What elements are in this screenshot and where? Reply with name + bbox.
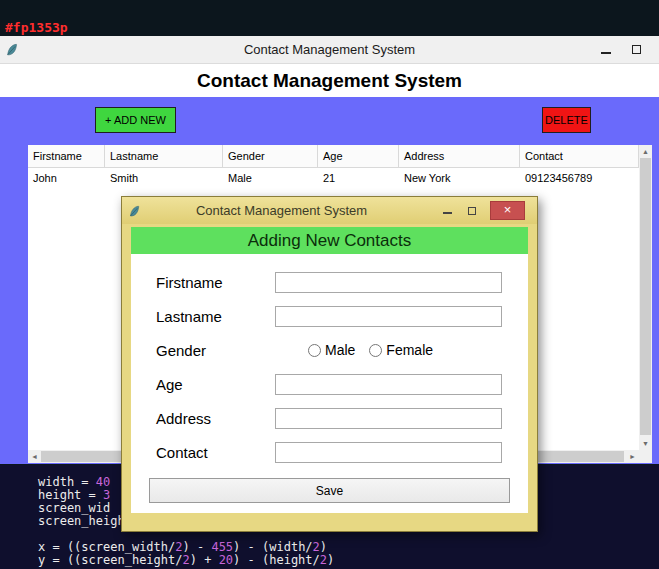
dialog-header: Adding New Contacts: [131, 227, 528, 254]
code-fragment-red: #fp1353p: [5, 20, 68, 35]
lastname-label: Lastname: [156, 308, 275, 325]
gender-radio-group: Male Female: [275, 342, 433, 358]
contact-input[interactable]: [275, 442, 502, 463]
dialog-form: Firstname Lastname Gender Male Female: [131, 254, 528, 513]
dialog-titlebar: Contact Management System ×: [122, 197, 537, 224]
cell-age: 21: [318, 168, 399, 188]
column-header-lastname[interactable]: Lastname: [105, 145, 223, 168]
vertical-scrollbar[interactable]: ▲ ▼: [639, 145, 652, 450]
add-new-button[interactable]: + ADD NEW: [95, 107, 176, 133]
cell-contact: 09123456789: [520, 168, 639, 188]
column-header-age[interactable]: Age: [318, 145, 399, 168]
window-controls: [599, 36, 643, 63]
maximize-icon[interactable]: [629, 43, 643, 57]
main-titlebar: Contact Management System: [0, 36, 659, 64]
scroll-up-icon[interactable]: ▲: [639, 145, 652, 158]
gender-option-male[interactable]: Male: [308, 342, 355, 358]
dialog-feather-icon: [128, 204, 141, 217]
column-header-firstname[interactable]: Firstname: [28, 145, 105, 168]
scroll-left-icon[interactable]: ◄: [28, 450, 41, 463]
female-radio-label: Female: [386, 342, 433, 358]
scrollbar-corner: [639, 450, 652, 463]
column-header-address[interactable]: Address: [399, 145, 520, 168]
add-contact-dialog: Contact Management System × Adding New C…: [121, 196, 538, 532]
vertical-scroll-thumb[interactable]: [640, 158, 651, 435]
dialog-close-icon[interactable]: ×: [490, 201, 525, 220]
code-line: y = ((screen_height/2) + 20) - (height/2…: [38, 554, 334, 567]
cell-gender: Male: [223, 168, 318, 188]
form-row-contact: Contact: [156, 440, 502, 464]
female-radio[interactable]: [369, 344, 382, 357]
background-editor-top: #fp1353p: [0, 0, 659, 36]
main-window-title: Contact Management System: [0, 42, 659, 57]
form-row-age: Age: [156, 372, 502, 396]
male-radio[interactable]: [308, 344, 321, 357]
gender-label: Gender: [156, 342, 275, 359]
male-radio-label: Male: [325, 342, 355, 358]
form-row-firstname: Firstname: [156, 270, 502, 294]
lastname-input[interactable]: [275, 306, 502, 327]
dialog-maximize-icon[interactable]: [465, 204, 479, 218]
scroll-right-icon[interactable]: ►: [626, 450, 639, 463]
gender-option-female[interactable]: Female: [369, 342, 433, 358]
column-header-contact[interactable]: Contact: [520, 145, 639, 168]
cell-lastname: Smith: [105, 168, 223, 188]
table-header: Firstname Lastname Gender Age Address Co…: [28, 145, 639, 168]
form-row-gender: Gender Male Female: [156, 338, 502, 362]
address-input[interactable]: [275, 408, 502, 429]
contact-label: Contact: [156, 444, 275, 461]
firstname-input[interactable]: [275, 272, 502, 293]
page-title: Contact Management System: [0, 64, 659, 97]
cell-address: New York: [399, 168, 520, 188]
dialog-title: Contact Management System: [146, 203, 417, 218]
form-row-address: Address: [156, 406, 502, 430]
save-button[interactable]: Save: [149, 478, 510, 503]
firstname-label: Firstname: [156, 274, 275, 291]
age-input[interactable]: [275, 374, 502, 395]
dialog-window-controls: ×: [440, 197, 525, 224]
cell-firstname: John: [28, 168, 105, 188]
minimize-icon[interactable]: [599, 43, 613, 57]
column-header-gender[interactable]: Gender: [223, 145, 318, 168]
table-row[interactable]: John Smith Male 21 New York 09123456789: [28, 168, 639, 188]
age-label: Age: [156, 376, 275, 393]
address-label: Address: [156, 410, 275, 427]
delete-button[interactable]: DELETE: [542, 107, 591, 133]
screen: #fp1353p Contact Management System Conta…: [0, 0, 659, 569]
form-row-lastname: Lastname: [156, 304, 502, 328]
scroll-down-icon[interactable]: ▼: [639, 437, 652, 450]
dialog-minimize-icon[interactable]: [440, 204, 454, 218]
